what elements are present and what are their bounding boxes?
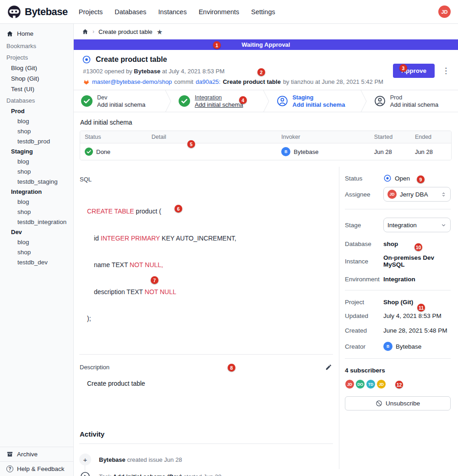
issue-detail-panel: SQL CREATE TABLE product ( id INTEGER PR…: [74, 167, 339, 469]
sidebar-env-dev: Dev: [0, 227, 73, 237]
creator-value: B Bytebase: [383, 342, 451, 351]
archive-icon: [6, 451, 13, 458]
sidebar-group-prod: Prod blog shop testdb_prod: [0, 106, 73, 146]
created-value: June 28, 2021 5:48 PM: [383, 327, 451, 334]
nav-settings[interactable]: Settings: [251, 8, 275, 16]
stage-dev[interactable]: DevAdd initial schema: [74, 90, 165, 112]
sidebar-db[interactable]: blog: [0, 197, 73, 207]
sidebar-db[interactable]: testdb_prod: [0, 136, 73, 146]
sidebar-db[interactable]: blog: [0, 237, 73, 247]
subscriber-avatar: JD: [345, 379, 354, 389]
divider: [79, 354, 333, 355]
task-section: Add initial schema Status Detail Invoker…: [74, 112, 458, 167]
instance-label: Instance: [345, 258, 383, 265]
annotation-badge: 8: [228, 364, 235, 372]
bytebase-logo-icon: [7, 5, 21, 19]
sidebar-item-archive[interactable]: Archive: [0, 447, 73, 461]
annotation-badge: 9: [417, 175, 425, 183]
sidebar-group-dev: Dev blog shop testdb_dev: [0, 227, 73, 267]
column-detail: Detail: [147, 131, 277, 143]
approve-button[interactable]: Approve: [393, 64, 435, 78]
sidebar-db[interactable]: testdb_dev: [0, 257, 73, 267]
unsubscribe-button[interactable]: Unsubscribe: [345, 396, 451, 410]
sidebar-item-home[interactable]: Home: [0, 27, 73, 40]
stage-separator: [263, 90, 269, 112]
description-text[interactable]: Create product table: [87, 380, 333, 430]
commit-branch-link[interactable]: master@bytebase-demo/shop: [92, 78, 172, 85]
activity-heading: Activity: [80, 430, 333, 438]
sidebar-project-shop[interactable]: Shop (Git): [0, 73, 73, 84]
edit-description-icon[interactable]: [324, 363, 333, 372]
column-ended: Ended: [410, 131, 451, 143]
annotation-badge: 5: [187, 140, 195, 148]
stage-prod[interactable]: ProdAdd initial schema: [367, 90, 458, 112]
main-nav: Projects Databases Instances Environment…: [79, 8, 275, 16]
breadcrumb-home-icon[interactable]: [82, 28, 88, 35]
activity-item: + Bytebase created issue Jun 28: [79, 451, 333, 468]
nav-environments[interactable]: Environments: [199, 8, 240, 16]
stage-done-icon: [81, 95, 93, 107]
sidebar-project-test[interactable]: Test (UI): [0, 84, 73, 94]
more-actions-icon[interactable]: ⋮: [440, 66, 452, 76]
created-label: Created: [345, 327, 383, 334]
column-invoker: Invoker: [277, 131, 370, 143]
assignee-avatar: JD: [387, 190, 397, 199]
commit-author: by tianzhou at June 28, 2021 5:42 PM: [283, 78, 383, 85]
stage-name: Dev: [97, 94, 146, 101]
nav-instances[interactable]: Instances: [158, 8, 187, 16]
sidebar-db[interactable]: testdb_staging: [0, 176, 73, 186]
breadcrumb-current-page[interactable]: Create product table: [98, 28, 153, 35]
stage-done-icon: [179, 95, 190, 107]
sidebar-db[interactable]: blog: [0, 156, 73, 166]
open-status-icon: [383, 174, 392, 182]
annotation-badge: 1: [213, 41, 221, 49]
nav-databases[interactable]: Databases: [114, 8, 146, 16]
sidebar-project-blog[interactable]: Blog (Git): [0, 63, 73, 73]
sidebar-env-staging: Staging: [0, 146, 73, 156]
task-table: Status Detail Invoker Started Ended Done…: [80, 131, 452, 160]
waiting-approval-banner: Waiting Approval: [74, 39, 458, 50]
sidebar-db[interactable]: shop: [0, 166, 73, 176]
assignee-label: Assignee: [345, 191, 383, 198]
creator-avatar: B: [383, 342, 393, 351]
updated-label: Updated: [345, 312, 383, 319]
sidebar-db[interactable]: testdb_integration: [0, 217, 73, 227]
sql-label: SQL: [80, 176, 333, 183]
stage-staging[interactable]: StagingAdd initial schema: [269, 90, 360, 112]
breadcrumb-separator: ›: [93, 28, 94, 35]
stage-select[interactable]: Integration: [383, 218, 451, 232]
stage-task: Add initial schema: [97, 101, 146, 108]
stage-task: Add initial schema: [293, 101, 345, 108]
task-started-icon: [79, 471, 91, 476]
stage-task: Add initial schema: [195, 101, 243, 108]
nav-projects[interactable]: Projects: [79, 8, 103, 16]
column-status: Status: [80, 131, 147, 143]
stage-pipeline: DevAdd initial schema IntegrationAdd ini…: [74, 90, 458, 112]
divider: [79, 443, 333, 444]
sidebar-db[interactable]: shop: [0, 207, 73, 217]
sidebar-db[interactable]: shop: [0, 126, 73, 136]
bookmark-star-icon[interactable]: ★: [157, 28, 163, 35]
issue-sidebar: Status Open Assignee JD Jerry DBA: [339, 167, 458, 469]
user-avatar[interactable]: JD: [438, 5, 451, 18]
creator-label: Creator: [345, 343, 383, 350]
stage-integration[interactable]: IntegrationAdd initial schema: [171, 90, 262, 112]
sidebar-db[interactable]: shop: [0, 247, 73, 257]
column-started: Started: [370, 131, 410, 143]
stage-name: Integration: [195, 94, 243, 101]
sidebar-group-integration: Integration blog shop testdb_integration: [0, 186, 73, 227]
issue-open-status-icon: [82, 55, 91, 64]
stage-name: Staging: [293, 94, 345, 101]
sidebar-item-help-feedback[interactable]: ? Help & Feedback: [0, 461, 73, 476]
main-content: › Create product table ★ Waiting Approva…: [74, 24, 458, 476]
sidebar-db[interactable]: blog: [0, 116, 73, 126]
sidebar-header-databases: Databases: [0, 94, 73, 106]
commit-hash-link[interactable]: da90a25:: [196, 78, 220, 85]
sidebar-item-label: Archive: [17, 451, 38, 458]
assignee-select[interactable]: JD Jerry DBA: [383, 187, 451, 202]
annotation-badge: 4: [239, 96, 247, 104]
bytebase-logo[interactable]: Bytebase: [7, 5, 68, 19]
task-table-row[interactable]: Done B Bytebase Jun 28 Jun 28: [80, 143, 451, 160]
subscriber-avatar: TD: [366, 379, 376, 389]
task-status: Done: [96, 148, 110, 155]
